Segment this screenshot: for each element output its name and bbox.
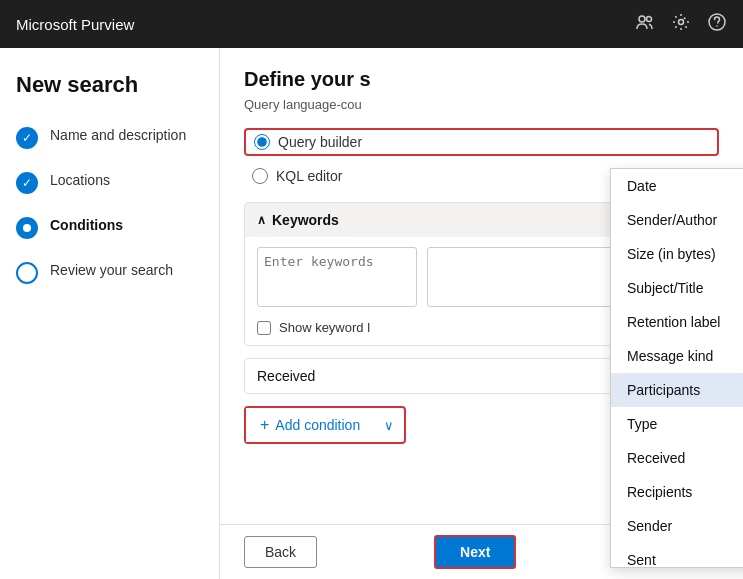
add-condition-button[interactable]: + Add condition bbox=[246, 408, 374, 442]
svg-point-0 bbox=[639, 16, 645, 22]
svg-point-1 bbox=[647, 16, 652, 21]
help-icon[interactable] bbox=[707, 12, 727, 37]
page-title: New search bbox=[16, 72, 203, 98]
add-condition-wrap: + Add condition ∨ bbox=[244, 406, 406, 444]
people-icon[interactable] bbox=[635, 12, 655, 37]
plus-icon: + bbox=[260, 416, 269, 434]
dropdown-item[interactable]: Sender bbox=[611, 509, 743, 543]
show-keyword-checkbox[interactable] bbox=[257, 321, 271, 335]
nav-circle-conditions bbox=[16, 217, 38, 239]
dropdown-item[interactable]: Sent bbox=[611, 543, 743, 568]
radio-query-builder-input[interactable] bbox=[254, 134, 270, 150]
nav-label-review: Review your search bbox=[50, 261, 173, 279]
dropdown-item[interactable]: Retention label bbox=[611, 305, 743, 339]
content-subtitle: Query language-cou bbox=[244, 97, 719, 112]
received-label: Received bbox=[257, 368, 315, 384]
sidebar-item-name-description[interactable]: ✓ Name and description bbox=[16, 126, 203, 149]
back-button[interactable]: Back bbox=[244, 536, 317, 568]
sidebar-item-locations[interactable]: ✓ Locations bbox=[16, 171, 203, 194]
app-title: Microsoft Purview bbox=[16, 16, 134, 33]
nav-circle-name: ✓ bbox=[16, 127, 38, 149]
dropdown-item[interactable]: Message kind bbox=[611, 339, 743, 373]
keywords-textarea[interactable] bbox=[257, 247, 417, 307]
nav-circle-review bbox=[16, 262, 38, 284]
show-keyword-label: Show keyword l bbox=[279, 320, 370, 335]
add-condition-chevron[interactable]: ∨ bbox=[374, 410, 404, 441]
dropdown-item[interactable]: Participants bbox=[611, 373, 743, 407]
dropdown-item[interactable]: Received bbox=[611, 441, 743, 475]
radio-query-builder[interactable]: Query builder bbox=[244, 128, 719, 156]
top-bar-left: Microsoft Purview bbox=[16, 16, 134, 33]
next-button[interactable]: Next bbox=[434, 535, 516, 569]
dropdown-items-container: DateSender/AuthorSize (in bytes)Subject/… bbox=[611, 169, 743, 568]
settings-icon[interactable] bbox=[671, 12, 691, 37]
dropdown-item[interactable]: Recipients bbox=[611, 475, 743, 509]
dropdown-item[interactable]: Size (in bytes) bbox=[611, 237, 743, 271]
keywords-title: Keywords bbox=[272, 212, 339, 228]
dropdown-item[interactable]: Date bbox=[611, 169, 743, 203]
collapse-icon[interactable]: ∧ bbox=[257, 213, 266, 227]
svg-point-2 bbox=[679, 19, 684, 24]
sidebar-item-review[interactable]: Review your search bbox=[16, 261, 203, 284]
dropdown-menu: DateSender/AuthorSize (in bytes)Subject/… bbox=[610, 168, 743, 568]
chevron-down-icon: ∨ bbox=[384, 418, 394, 433]
radio-kql-editor-input[interactable] bbox=[252, 168, 268, 184]
dropdown-item[interactable]: Sender/Author bbox=[611, 203, 743, 237]
nav-label-locations: Locations bbox=[50, 171, 110, 189]
dropdown-item[interactable]: Type bbox=[611, 407, 743, 441]
content-title: Define your s bbox=[244, 68, 719, 91]
dropdown-item[interactable]: Subject/Title bbox=[611, 271, 743, 305]
nav-label-conditions: Conditions bbox=[50, 216, 123, 234]
add-condition-label: Add condition bbox=[275, 417, 360, 433]
content-area: Define your s Query language-cou Query b… bbox=[220, 48, 743, 579]
radio-kql-editor-label: KQL editor bbox=[276, 168, 342, 184]
top-bar-icons bbox=[635, 12, 727, 37]
top-bar: Microsoft Purview bbox=[0, 0, 743, 48]
radio-query-builder-label: Query builder bbox=[278, 134, 362, 150]
main-layout: New search ✓ Name and description ✓ Loca… bbox=[0, 48, 743, 579]
sidebar: New search ✓ Name and description ✓ Loca… bbox=[0, 48, 220, 579]
nav-circle-locations: ✓ bbox=[16, 172, 38, 194]
sidebar-item-conditions[interactable]: Conditions bbox=[16, 216, 203, 239]
nav-label-name: Name and description bbox=[50, 126, 186, 144]
svg-point-4 bbox=[716, 25, 718, 27]
